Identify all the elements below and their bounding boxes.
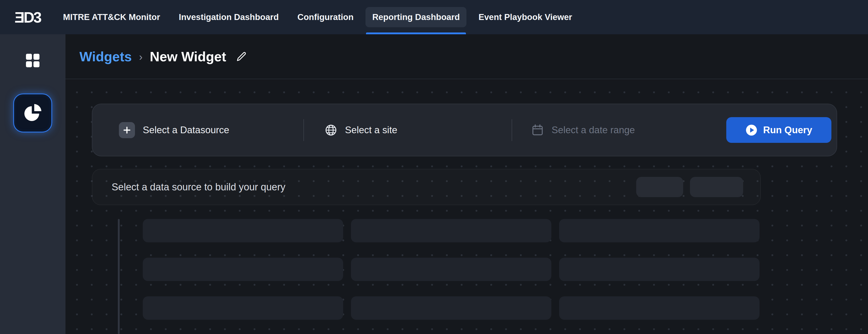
top-nav: ƎD3 MITRE ATT&CK Monitor Investigation D… [0, 0, 868, 34]
breadcrumb: Widgets › New Widget [65, 34, 868, 79]
body-row: Widgets › New Widget [0, 34, 868, 334]
calendar-icon [531, 124, 544, 136]
skeleton-field [559, 296, 760, 320]
widget-builder-canvas: Select a Datasource Select a site [65, 79, 868, 334]
skeleton-pill-group [636, 177, 743, 197]
nav-item-label: Investigation Dashboard [172, 7, 285, 27]
skeleton-field [351, 219, 551, 242]
sidebar-item-dashboards[interactable] [24, 52, 42, 70]
globe-icon [325, 124, 337, 136]
pencil-icon [236, 51, 247, 63]
date-range-selector-label: Select a date range [552, 125, 635, 135]
nav-item-label: Configuration [291, 7, 360, 27]
run-query-label: Run Query [763, 125, 812, 135]
page-title: New Widget [150, 49, 226, 64]
skeleton-pill [690, 177, 743, 197]
breadcrumb-separator: › [139, 50, 143, 63]
skeleton-field [143, 296, 343, 320]
nav-item-configuration[interactable]: Configuration [291, 0, 360, 34]
skeleton-field [143, 257, 343, 281]
site-selector-label: Select a site [345, 125, 397, 135]
dashboard-grid-icon [24, 52, 41, 69]
pie-chart-icon [23, 103, 42, 123]
builder-left-rule [118, 219, 120, 334]
skeleton-field [559, 257, 760, 281]
query-bar: Select a Datasource Select a site [92, 103, 837, 156]
skeleton-field [143, 219, 343, 242]
query-builder-skeleton [92, 219, 868, 334]
nav-item-label: MITRE ATT&CK Monitor [56, 7, 167, 27]
query-builder-empty-panel: Select a data source to build your query [92, 169, 761, 205]
empty-state-message: Select a data source to build your query [112, 182, 285, 193]
main-area: Widgets › New Widget [65, 34, 868, 334]
nav-item-event-playbook-viewer[interactable]: Event Playbook Viewer [472, 0, 579, 34]
plus-icon [119, 122, 135, 138]
site-selector[interactable]: Select a site [304, 124, 512, 136]
nav-item-label: Event Playbook Viewer [472, 7, 579, 27]
skeleton-field [351, 296, 551, 320]
play-circle-icon [745, 124, 757, 136]
d3-logo[interactable]: ƎD3 [14, 0, 41, 34]
run-query-button[interactable]: Run Query [726, 117, 831, 143]
skeleton-field [559, 219, 760, 242]
app-window: ƎD3 MITRE ATT&CK Monitor Investigation D… [0, 0, 868, 334]
nav-item-reporting-dashboard[interactable]: Reporting Dashboard [366, 0, 466, 34]
nav-item-label: Reporting Dashboard [366, 7, 466, 27]
skeleton-field [351, 257, 551, 281]
sidebar-item-widgets[interactable] [13, 93, 52, 132]
datasource-selector[interactable]: Select a Datasource [92, 122, 304, 138]
edit-title-button[interactable] [236, 51, 247, 63]
date-range-selector[interactable]: Select a date range [512, 124, 726, 136]
nav-item-mitre-attck-monitor[interactable]: MITRE ATT&CK Monitor [56, 0, 167, 34]
breadcrumb-widgets-link[interactable]: Widgets [80, 49, 132, 64]
skeleton-grid [143, 219, 760, 334]
d3-logo-text: ƎD3 [14, 8, 41, 26]
sidebar [0, 34, 65, 334]
skeleton-pill [636, 177, 683, 197]
datasource-selector-label: Select a Datasource [143, 125, 229, 135]
nav-item-investigation-dashboard[interactable]: Investigation Dashboard [172, 0, 285, 34]
